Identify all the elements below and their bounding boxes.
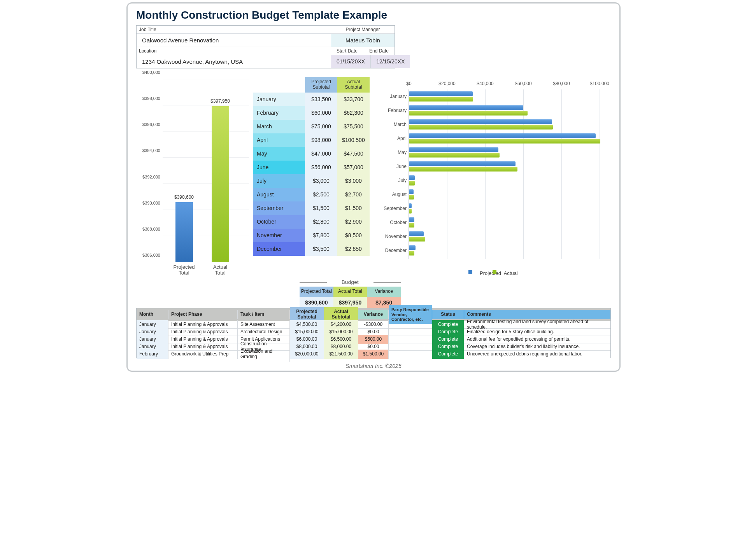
month-row: April$98,000$100,500: [253, 133, 370, 147]
month-row: October$2,800$2,900: [253, 215, 370, 229]
budget-act-header: Actual Total: [333, 287, 367, 297]
start-date-label: Start Date: [331, 47, 363, 55]
col-month: Month: [137, 310, 168, 319]
budget-var-header: Variance: [367, 287, 401, 297]
detail-table: Month Project Phase Task / Item Projecte…: [136, 308, 611, 358]
col-task: Task / Item: [238, 310, 290, 319]
pm-label: Project Manager: [331, 26, 395, 34]
proj-subtotal-header: Projected Subtotal: [305, 77, 337, 93]
budget-proj-value: $390,600: [300, 297, 333, 308]
col-party: Party Responsible Vendor, Contractor, et…: [389, 305, 432, 324]
budget-act-value: $397,950: [333, 297, 367, 308]
month-row: June$56,000$57,000: [253, 161, 370, 174]
end-date-label: End Date: [363, 47, 395, 55]
month-row: August$2,500$2,700: [253, 188, 370, 201]
col-status: Status: [432, 310, 464, 319]
detail-row: FebruaryGroundwork & Utilities PrepExcav…: [137, 350, 610, 358]
chart-legend: Projected Actual: [463, 269, 510, 275]
month-row: March$75,000$75,500: [253, 120, 370, 133]
month-row: November$7,800$8,500: [253, 229, 370, 242]
project-header: Job Title Project Manager Oakwood Avenue…: [136, 25, 395, 68]
location-value: 1234 Oakwood Avenue, Anytown, USA: [137, 55, 331, 68]
month-row: December$3,500$2,850: [253, 242, 370, 256]
pm-value: Mateus Tobin: [331, 34, 395, 47]
totals-bar-chart: $386,000$388,000$390,000$392,000$394,000…: [136, 77, 249, 275]
month-row: May$47,000$47,500: [253, 147, 370, 161]
month-row: September$1,500$1,500: [253, 201, 370, 215]
monthly-hbar-chart: $0$20,000$40,000$60,000$80,000$100,000Ja…: [374, 77, 603, 275]
location-label: Location: [137, 47, 331, 55]
page-title: Monthly Construction Budget Template Exa…: [136, 9, 611, 21]
budget-totals: Budget Projected Total Actual Total Vari…: [300, 279, 401, 308]
month-row: January$33,500$33,700: [253, 93, 370, 106]
col-variance: Variance: [358, 310, 389, 319]
act-subtotal-header: Actual Subtotal: [337, 77, 370, 93]
budget-proj-header: Projected Total: [300, 287, 333, 297]
start-date-value: 01/15/20XX: [331, 55, 371, 68]
month-row: July$3,000$3,000: [253, 174, 370, 188]
job-title-value: Oakwood Avenue Renovation: [137, 34, 331, 47]
col-phase: Project Phase: [168, 310, 238, 319]
job-title-label: Job Title: [137, 26, 331, 34]
month-row: February$60,000$62,300: [253, 106, 370, 120]
monthly-subtotal-table: Projected Subtotal Actual Subtotal Janua…: [253, 77, 370, 275]
end-date-value: 12/15/20XX: [371, 55, 410, 68]
budget-title: Budget: [300, 279, 401, 285]
footer-text: Smartsheet Inc. ©2025: [128, 363, 619, 369]
